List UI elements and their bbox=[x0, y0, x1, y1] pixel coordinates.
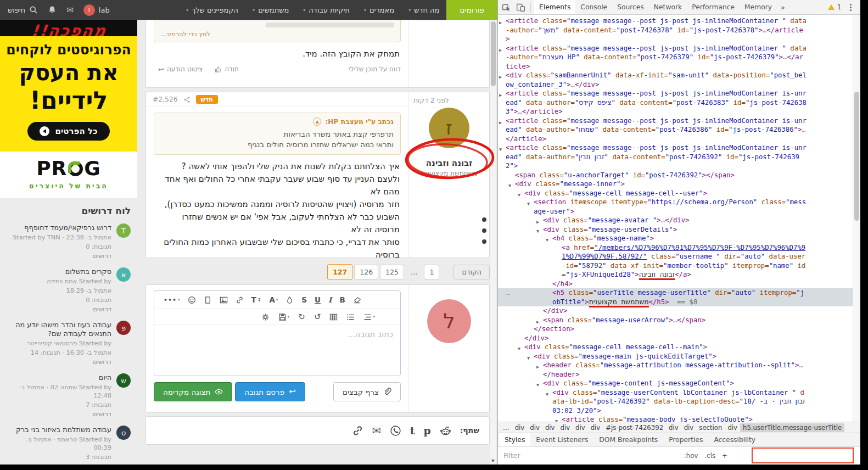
sidebar-tab-dom-breakpoints[interactable]: DOM Breakpoints bbox=[593, 433, 663, 446]
save-draft-icon[interactable]: ▾ bbox=[278, 313, 290, 321]
collapse-arrow-icon[interactable]: ▼ bbox=[499, 145, 502, 154]
alerts-bell-icon[interactable] bbox=[48, 5, 57, 14]
warnings-badge[interactable]: 1 bbox=[828, 3, 841, 11]
search-button[interactable]: חיפוש bbox=[8, 5, 38, 14]
dom-tree-node[interactable]: ▶<article class="message message--post j… bbox=[498, 16, 807, 44]
dom-tree-node[interactable]: </div> bbox=[498, 334, 807, 343]
pseudo-state-toggle[interactable]: :hov bbox=[684, 452, 698, 460]
styles-filter-input[interactable]: Filter bbox=[503, 452, 520, 460]
job-list-item[interactable]: פעבודה בעוז והדר מישהו יודע מה התנאים לע… bbox=[0, 317, 137, 370]
node-options-dots[interactable]: … bbox=[506, 288, 511, 298]
job-list-item[interactable]: Tדרוש גרפיקאי/מעמד דחופףףאתמול ב- 22:38 … bbox=[0, 220, 137, 264]
emoji-icon[interactable] bbox=[188, 296, 196, 304]
font-color-icon[interactable]: A▾ bbox=[269, 295, 278, 304]
gear-icon[interactable] bbox=[261, 313, 270, 321]
job-title[interactable]: דרוש גרפיקאי/מעמד דחופףף bbox=[13, 223, 111, 232]
scroll-down-arrow[interactable] bbox=[491, 460, 495, 462]
page-scrollbar[interactable] bbox=[490, 20, 496, 465]
job-title[interactable]: עבודה משתלמת באיזור בני ברק bbox=[7, 426, 111, 434]
job-list-item[interactable]: אסקרים בתשלוםStarted by אחת ויחידהאתמול … bbox=[0, 264, 137, 317]
job-list-item[interactable]: טעבודה משתלמת באיזור בני ברקStarted by ט… bbox=[0, 422, 137, 465]
job-category-link[interactable]: דרושים bbox=[47, 306, 111, 313]
nav-item-forums[interactable]: פורומים bbox=[446, 0, 497, 20]
table-icon[interactable] bbox=[329, 313, 338, 321]
report-link[interactable]: דווח על תוכן שלילי bbox=[349, 65, 401, 73]
dom-tree-node[interactable]: ▶<span class="message-userArrow">…</span… bbox=[498, 316, 807, 325]
dom-tree-node[interactable]: ▶<div class="samBannerUnit" data-xf-init… bbox=[498, 71, 807, 89]
nav-item[interactable]: הקמפיינים שלך▾ bbox=[186, 6, 238, 14]
pagination-page-126[interactable]: 126 bbox=[354, 265, 378, 279]
dom-tree-node[interactable]: ▶<article class="message message--post j… bbox=[498, 116, 807, 144]
post-number-link[interactable]: #2,526 bbox=[153, 96, 178, 103]
dom-tree-node[interactable]: ▶<header class="message-attribution mess… bbox=[498, 361, 807, 379]
devtools-tab-console[interactable]: Console bbox=[575, 0, 612, 14]
devtools-tab-sources[interactable]: Sources bbox=[612, 0, 649, 14]
email-share-icon[interactable]: ✉ bbox=[372, 424, 381, 437]
sidebar-tab-accessibility[interactable]: Accessibility bbox=[708, 433, 761, 446]
dom-tree-node[interactable]: ▼<article class="message message--post j… bbox=[498, 143, 807, 171]
dom-tree-node[interactable]: </h4> bbox=[498, 279, 807, 289]
dom-tree-node[interactable]: ▼<div class="message-inner"> bbox=[498, 180, 807, 189]
devtools-tab-memory[interactable]: Memory bbox=[740, 0, 777, 14]
floating-menu-dots[interactable] bbox=[482, 217, 486, 250]
bold-icon[interactable]: B bbox=[339, 295, 345, 304]
strikethrough-icon[interactable]: S bbox=[301, 295, 307, 304]
ad-details-button[interactable]: כל הפרטים bbox=[27, 122, 109, 141]
inspect-element-icon[interactable] bbox=[502, 3, 511, 12]
pagination-page-125[interactable]: 125 bbox=[380, 265, 404, 279]
reddit-icon[interactable] bbox=[440, 425, 451, 437]
expand-arrow-icon[interactable]: ▶ bbox=[499, 46, 502, 55]
italic-icon[interactable]: I bbox=[328, 295, 332, 304]
dom-tree-node[interactable]: ▼<div class="message-cell message-cell--… bbox=[498, 189, 807, 198]
dom-tree-node[interactable]: ▼<h4 class="message-name"> bbox=[498, 234, 807, 243]
class-toggle[interactable]: .cls bbox=[704, 452, 715, 460]
whatsapp-icon[interactable] bbox=[390, 425, 401, 437]
scrollbar-thumb[interactable] bbox=[854, 92, 859, 221]
ad-banner[interactable]: הפרוגיסטים לוקחים את העסק לידיים! כל הפר… bbox=[0, 36, 137, 152]
collapse-arrow-icon[interactable]: ▼ bbox=[527, 199, 530, 209]
preview-button[interactable]: תצוגה מקדימה bbox=[154, 382, 232, 401]
breadcrumb-item[interactable]: section bbox=[696, 423, 725, 432]
like-button[interactable]: תודה bbox=[215, 65, 239, 73]
attach-files-button[interactable]: צרף קבצים bbox=[333, 382, 401, 401]
editor-more-button[interactable]: •••▾ bbox=[164, 296, 180, 304]
breadcrumb-item[interactable]: div bbox=[557, 423, 573, 432]
ad-banner-top[interactable]: מהפכה!! bbox=[0, 20, 137, 36]
dom-tree-node[interactable]: ▶<article class="message message--post j… bbox=[498, 44, 807, 71]
dom-tree-node[interactable]: ▶<div class="message-avatar ">…</div> bbox=[498, 216, 807, 225]
expand-arrow-icon[interactable]: ▶ bbox=[499, 18, 502, 27]
job-category-link[interactable]: דרושים bbox=[7, 411, 111, 418]
nav-item[interactable]: מה חדש▾ bbox=[408, 6, 439, 14]
avatar[interactable]: ל bbox=[427, 299, 471, 343]
sidebar-tab-styles[interactable]: Styles bbox=[499, 433, 530, 446]
devtools-tab-network[interactable]: Network bbox=[649, 0, 687, 14]
expand-arrow-icon[interactable]: ▶ bbox=[536, 362, 539, 372]
pinterest-icon[interactable]: p bbox=[423, 425, 430, 437]
dom-tree-node[interactable]: …<h5 class="userTitle message-userTitle"… bbox=[498, 288, 807, 306]
job-title[interactable]: עבודה בעוז והדר מישהו יודע מה התנאים לעב… bbox=[7, 321, 111, 338]
dom-tree-node[interactable]: ▼<div class="message-userDetails"> bbox=[498, 225, 807, 234]
devtools-tab-performance[interactable]: Performance bbox=[687, 0, 740, 14]
pagination-prev-button[interactable]: הקודם bbox=[453, 265, 490, 279]
align-icon[interactable]: ▾ bbox=[363, 313, 375, 321]
devtools-menu-icon[interactable] bbox=[850, 7, 852, 8]
job-category-link[interactable]: דרושים bbox=[7, 359, 111, 366]
remove-format-icon[interactable] bbox=[353, 296, 361, 304]
messages-envelope-icon[interactable]: ✉ bbox=[66, 5, 74, 15]
author-username[interactable]: זבונה וזבינה bbox=[426, 158, 472, 168]
breadcrumb-item[interactable]: div bbox=[725, 423, 740, 432]
expand-arrow-icon[interactable]: ▶ bbox=[499, 91, 502, 100]
collapse-arrow-icon[interactable]: ▼ bbox=[555, 417, 558, 422]
dom-tree-node[interactable]: ▼<div class="message-main js-quickEditTa… bbox=[498, 352, 807, 361]
dom-tree-node[interactable]: </section> bbox=[498, 324, 807, 334]
breadcrumb-item[interactable]: div bbox=[527, 423, 542, 432]
breadcrumb-item[interactable]: div bbox=[666, 423, 681, 432]
devtools-dom-tree[interactable]: ▶<article class="message message--post j… bbox=[498, 15, 853, 422]
breadcrumb-item[interactable]: div bbox=[512, 423, 528, 432]
dom-tree-node[interactable]: ▶<article class="message message--post j… bbox=[498, 89, 807, 116]
breadcrumb-item[interactable]: … bbox=[500, 423, 512, 432]
dom-tree-node[interactable]: ▼<div class="message-userContent lbConta… bbox=[498, 388, 807, 416]
font-size-icon[interactable]: T↕ bbox=[251, 295, 262, 304]
list-icon[interactable] bbox=[346, 313, 355, 321]
sidebar-tab-event-listeners[interactable]: Event Listeners bbox=[530, 433, 593, 446]
